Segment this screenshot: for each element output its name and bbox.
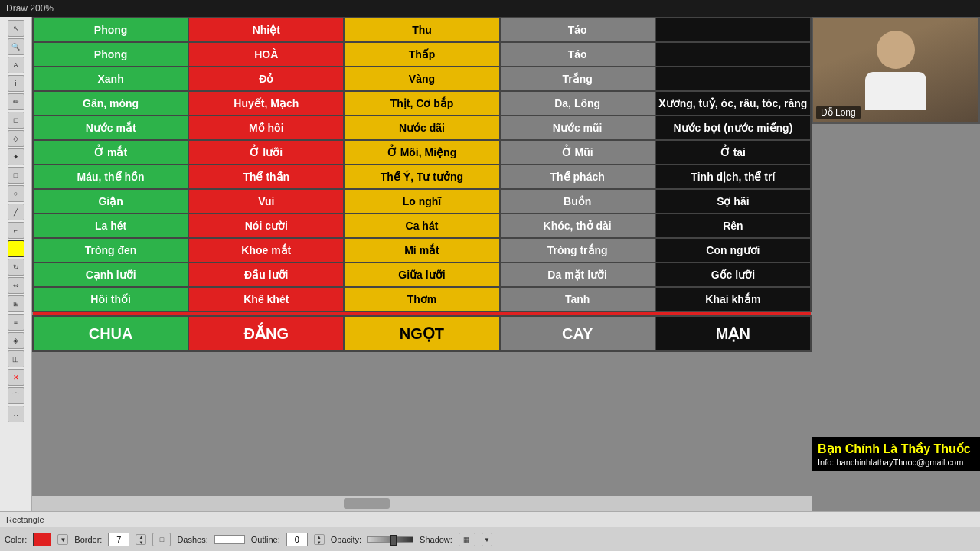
table-cell: Máu, thể hồn [33, 165, 188, 189]
opacity-thumb[interactable] [390, 535, 397, 546]
scrollbar-thumb[interactable] [344, 498, 390, 509]
app-title: Draw 200% [6, 3, 54, 14]
tool-3d[interactable]: ◈ [8, 332, 24, 349]
table-cell: Da mặt lưỡi [500, 262, 655, 287]
table-cell: Thơm [344, 287, 499, 311]
outline-stepper[interactable]: ▲▼ [314, 534, 325, 545]
table-cell: Táo [500, 18, 655, 42]
tool-shadow[interactable]: ◫ [8, 350, 24, 367]
table-cell: Rên [655, 214, 811, 238]
horizontal-scrollbar[interactable] [32, 496, 812, 511]
table-cell: Ở mắt [33, 140, 188, 165]
color-swatch[interactable] [33, 533, 51, 546]
table-cell [655, 67, 811, 91]
person-head [877, 31, 915, 69]
table-cell: Vàng [344, 67, 499, 91]
border-input[interactable] [108, 533, 129, 546]
tool-star[interactable]: ✦ [8, 148, 24, 165]
table-cell: Giận [33, 189, 188, 214]
table-cell: Đỏ [188, 67, 344, 91]
tool-info[interactable]: i [8, 75, 24, 92]
table-cell: Da, Lông [500, 91, 655, 116]
table-cell: Nước mắt [33, 116, 188, 140]
dashes-select[interactable]: ──── [214, 535, 245, 544]
table-cell: Tròng đen [33, 238, 188, 262]
table-cell: Con ngươi [655, 238, 811, 262]
bottom-row: CHUAĐẮNGNGỌTCAYMẠN [33, 316, 811, 351]
tool-select[interactable]: ↖ [8, 20, 24, 37]
table-cell: Huyết, Mạch [188, 91, 344, 116]
bottom-cell: ĐẮNG [188, 316, 344, 351]
table-cell: Gân, móng [33, 91, 188, 116]
tool-rect[interactable]: □ [8, 167, 24, 184]
bottom-cell: NGỌT [344, 316, 499, 351]
table-cell: Phong [33, 42, 188, 67]
table-cell: Cạnh lưỡi [33, 262, 188, 287]
table-cell: Thu [344, 18, 499, 42]
table-cell: Thịt, Cơ bắp [344, 91, 499, 116]
tool-points[interactable]: ∷ [8, 406, 24, 422]
main-content: PhongNhiệtThuTáoPhongHOÀThấpTáoXanhĐỏVàn… [32, 17, 980, 511]
border-style[interactable]: □ [152, 533, 171, 546]
tool-pencil[interactable]: ✏ [8, 93, 24, 110]
table-cell: Ca hát [344, 214, 499, 238]
table-cell: Hôi thối [33, 287, 188, 311]
tool-connector[interactable]: ⌐ [8, 222, 24, 239]
bottom-bar: Rectangle Color: ▼ Border: ▲▼ □ Dashes: … [0, 511, 980, 551]
table-cell: Xanh [33, 67, 188, 91]
shadow-dropdown[interactable]: ▼ [482, 533, 492, 546]
table-cell: Ở Mũi [500, 140, 655, 165]
shape-label: Rectangle [6, 515, 44, 524]
tool-color1[interactable] [8, 240, 24, 257]
table-cell: Thể Ý, Tư tưởng [344, 165, 499, 189]
tool-line[interactable]: ╱ [8, 204, 24, 220]
shadow-label: Shadow: [420, 535, 452, 544]
table-row: Nước mắtMồ hôiNước dãiNước mũiNước bọt (… [33, 116, 811, 140]
webcam-overlay: Đỗ Long [812, 17, 980, 124]
table-cell: Xương, tuỷ, óc, râu, tóc, răng [655, 91, 811, 116]
tool-curve[interactable]: ⌒ [8, 387, 24, 404]
table-cell: Khai khắm [655, 287, 811, 311]
bottom-cell: CAY [500, 316, 655, 351]
person-body [865, 72, 926, 110]
table-cell: Phong [33, 18, 188, 42]
color-dropdown[interactable]: ▼ [57, 534, 68, 545]
table-cell: Đầu lưỡi [188, 262, 344, 287]
tool-flip[interactable]: ⇔ [8, 277, 24, 294]
table-cell: HOÀ [188, 42, 344, 67]
tool-rotate[interactable]: ↻ [8, 259, 24, 276]
border-stepper[interactable]: ▲▼ [136, 534, 146, 545]
table-cell: Gốc lưỡi [655, 262, 811, 287]
table-cell: Ở Môi, Miệng [344, 140, 499, 165]
tool-zoom[interactable]: 🔍 [8, 38, 24, 55]
outline-label: Outline: [251, 535, 280, 544]
outline-input[interactable] [286, 533, 308, 546]
tool-ellipse[interactable]: ○ [8, 185, 24, 202]
tool-x[interactable]: ✕ [8, 369, 24, 386]
webcam-person: Đỗ Long [813, 18, 978, 122]
table-cell: Trắng [500, 67, 655, 91]
promo-title: Bạn Chính Là Thầy Thuốc [818, 442, 974, 456]
table-cell: Tinh dịch, thể trí [655, 165, 811, 189]
table-row: Hôi thốiKhê khétThơmTanhKhai khắm [33, 287, 811, 311]
table-row: Gân, móngHuyết, MạchThịt, Cơ bắpDa, Lông… [33, 91, 811, 116]
shadow-toggle[interactable]: ▦ [459, 533, 475, 546]
table-row: PhongNhiệtThuTáo [33, 18, 811, 42]
table-row: GiậnVuiLo nghĩBuồnSợ hãi [33, 189, 811, 214]
bottom-cell: CHUA [33, 316, 188, 351]
webcam-name: Đỗ Long [816, 106, 861, 119]
tool-text[interactable]: A [8, 57, 24, 73]
table-cell: Ở lưỡi [188, 140, 344, 165]
opacity-slider[interactable] [368, 536, 413, 543]
table-cell: Buồn [500, 189, 655, 214]
tool-shape1[interactable]: ◇ [8, 130, 24, 147]
table-cell: Tanh [500, 287, 655, 311]
table-cell: Nói cười [188, 214, 344, 238]
table-cell: Tròng trắng [500, 238, 655, 262]
tool-group[interactable]: ⊞ [8, 295, 24, 312]
tool-align[interactable]: ≡ [8, 314, 24, 331]
tool-eraser[interactable]: ◻ [8, 112, 24, 129]
table-cell: Nước dãi [344, 116, 499, 140]
status-line: Rectangle [0, 512, 980, 527]
table-cell: Mồ hôi [188, 116, 344, 140]
